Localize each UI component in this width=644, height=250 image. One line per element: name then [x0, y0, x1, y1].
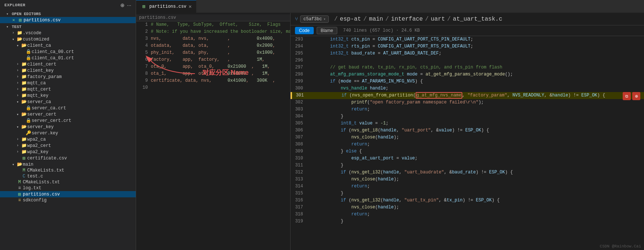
git-icon: ⑂ [295, 16, 298, 22]
branch-selector[interactable]: c5af3bc ▾ [300, 15, 329, 23]
sidebar-item-client-ca-01[interactable]: 🔒 client_ca_01.crt [0, 55, 136, 61]
open-editor-item-partitions-csv[interactable]: ✕ ▤ partitions.csv [0, 17, 136, 23]
file-label: server_ca.crt [32, 106, 136, 111]
search-button[interactable]: ⊕ [632, 92, 640, 100]
folder-label: mqtt_key [27, 93, 136, 98]
key-icon: 🔑 [25, 130, 32, 136]
breadcrumb-sep-4: / [425, 16, 429, 22]
breadcrumb-uart[interactable]: uart [431, 16, 445, 22]
code-line-295: 295 int32_t baud_rate = AT_UART_BAUD_RAT… [291, 50, 644, 57]
code-line-301: 301 if (nvs_open_from_partition(g_at_mfg… [291, 92, 644, 99]
more-options-button[interactable]: ··· [127, 2, 131, 8]
breadcrumb-interface[interactable]: interface [391, 16, 423, 22]
sidebar-item-test-c[interactable]: C test.c [0, 173, 136, 179]
folder-label: factory_param [27, 74, 136, 80]
sidebar-item-client-key[interactable]: › 📁 client_key [0, 67, 136, 74]
code-line-296: 296 [291, 57, 644, 64]
csv-line-7: 7 ota_0, app, ota_0, 0x21000 , 1M, [136, 63, 290, 70]
code-line-310: 310 esp_at_uart_port = value; [291, 155, 644, 162]
code-toolbar: Code Blame 740 lines (657 loc) · 24.6 KB [291, 25, 644, 36]
folder-icon: 📁 [16, 30, 23, 36]
file-label: sdkconfig [23, 198, 136, 203]
sidebar-item-cmakelists-main[interactable]: M CMakeLists.txt [0, 168, 136, 173]
tab-close-button[interactable]: ✕ [189, 3, 192, 10]
sidebar-item-server-cert-crt[interactable]: 🔒 server_cert.crt [0, 117, 136, 124]
breadcrumb-main[interactable]: main [369, 16, 383, 22]
new-file-button[interactable]: ⊕ [120, 2, 125, 8]
sidebar: EXPLORER ⊕ ··· ▾ OPEN EDITORS ✕ ▤ partit… [0, 0, 136, 250]
folder-chevron: › [15, 150, 21, 154]
breadcrumb-esp-at[interactable]: esp-at [340, 16, 361, 22]
sidebar-title: EXPLORER [4, 3, 25, 7]
test-section[interactable]: ▾ TEST [0, 23, 136, 30]
file-label: test.c [27, 174, 136, 179]
sidebar-item-cmakelists-root[interactable]: M CMakeLists.txt [0, 179, 136, 185]
folder-label: server_ca [27, 99, 136, 105]
code-line-308: 308 return; [291, 141, 644, 148]
folder-chevron: › [15, 68, 21, 73]
file-label: server.key [32, 131, 136, 136]
sidebar-item-mqtt-key[interactable]: › 📁 mqtt_key [0, 92, 136, 99]
sidebar-item-server-key[interactable]: ▾ 📂 server_key [0, 124, 136, 130]
sidebar-header-icons: ⊕ ··· [120, 2, 131, 8]
sidebar-item-client-ca-00[interactable]: 🔒 client_ca_00.crt [0, 49, 136, 55]
tab-partitions-csv[interactable]: ▤ partitions.csv ✕ [136, 0, 196, 13]
code-button[interactable]: Code [295, 27, 314, 34]
code-line-317: 317 nvs_close(handle); [291, 204, 644, 211]
copy-button[interactable]: ⧉ [623, 92, 631, 100]
folder-label: customized [23, 37, 136, 42]
sidebar-item-server-ca[interactable]: ▾ 📂 server_ca [0, 99, 136, 105]
sidebar-item-wpa2-cert[interactable]: › 📁 wpa2_cert [0, 142, 136, 149]
breadcrumb-sep-5: / [447, 16, 451, 22]
file-label: certificate.csv [27, 156, 136, 161]
code-line-293: 293 int32_t cts_pin = CONFIG_AT_UART_POR… [291, 36, 644, 43]
folder-icon: 📁 [21, 143, 27, 148]
code-lines-container[interactable]: 293 int32_t cts_pin = CONFIG_AT_UART_POR… [291, 36, 644, 250]
folder-icon: 📁 [21, 87, 27, 92]
sidebar-item-wpa2-ca[interactable]: › 📁 wpa2_ca [0, 136, 136, 142]
csv-line-4: 4 otadata, data, ota, , 0x2000, [136, 42, 290, 49]
sidebar-item-client-cert[interactable]: › 📁 client_cert [0, 61, 136, 67]
code-line-311: 311 } [291, 162, 644, 169]
code-line-302: 302 printf("open factory_param namespace… [291, 99, 644, 106]
c-file-icon: C [21, 174, 27, 179]
csv-file-icon: ▤ [21, 155, 27, 161]
code-editor: ⑂ c5af3bc ▾ / esp-at / main / interface … [291, 13, 644, 250]
folder-icon: 📂 [21, 43, 27, 48]
folder-icon: 📂 [16, 36, 23, 42]
folder-label: wpa2_ca [27, 137, 136, 142]
file-label: log.txt [23, 186, 136, 191]
sidebar-item-customized[interactable]: ▾ 📂 customized [0, 36, 136, 42]
code-line-314: 314 return; [291, 183, 644, 190]
file-label: server_cert.crt [32, 118, 136, 123]
sidebar-item-partitions-csv[interactable]: ▤ partitions.csv [0, 191, 136, 197]
sidebar-item-server-ca-crt[interactable]: 🔒 server_ca.crt [0, 105, 136, 111]
sidebar-item-vscode[interactable]: › 📁 .vscode [0, 30, 136, 36]
open-editors-label: OPEN EDITORS [12, 12, 41, 16]
folder-label: server_key [27, 124, 136, 130]
sidebar-item-mqtt-cert[interactable]: › 📁 mqtt_cert [0, 86, 136, 92]
sidebar-item-main[interactable]: ▾ 📂 main [0, 161, 136, 168]
folder-icon: 📁 [21, 93, 27, 98]
folder-label: client_cert [27, 62, 136, 67]
open-editors-section[interactable]: ▾ OPEN EDITORS [0, 10, 136, 17]
folder-chevron: › [15, 81, 21, 85]
breadcrumb-file: at_uart_task.c [453, 16, 502, 22]
sidebar-item-sdkconfig[interactable]: ≡ sdkconfig [0, 197, 136, 203]
cert-icon: 🔒 [25, 49, 32, 54]
sidebar-item-certificate-csv[interactable]: ▤ certificate.csv [0, 155, 136, 161]
sidebar-item-server-cert[interactable]: ▾ 📂 server_cert [0, 111, 136, 117]
folder-icon: 📁 [21, 61, 27, 67]
folder-label: .vscode [23, 31, 136, 36]
sidebar-item-log-txt[interactable]: ≡ log.txt [0, 185, 136, 191]
blame-button[interactable]: Blame [317, 27, 337, 34]
sidebar-item-factory-param[interactable]: › 📁 factory_param [0, 74, 136, 80]
sidebar-item-server-key-file[interactable]: 🔑 server.key [0, 130, 136, 136]
sidebar-item-client-ca[interactable]: ▾ 📂 client_ca [0, 42, 136, 49]
sidebar-item-wpa2-key[interactable]: › 📁 wpa2_key [0, 149, 136, 155]
sidebar-item-mqtt-ca[interactable]: › 📁 mqtt_ca [0, 80, 136, 86]
code-line-319: 319 } [291, 218, 644, 225]
folder-chevron: › [15, 144, 21, 148]
folder-icon: 📂 [16, 162, 23, 167]
folder-icon: 📁 [21, 74, 27, 80]
